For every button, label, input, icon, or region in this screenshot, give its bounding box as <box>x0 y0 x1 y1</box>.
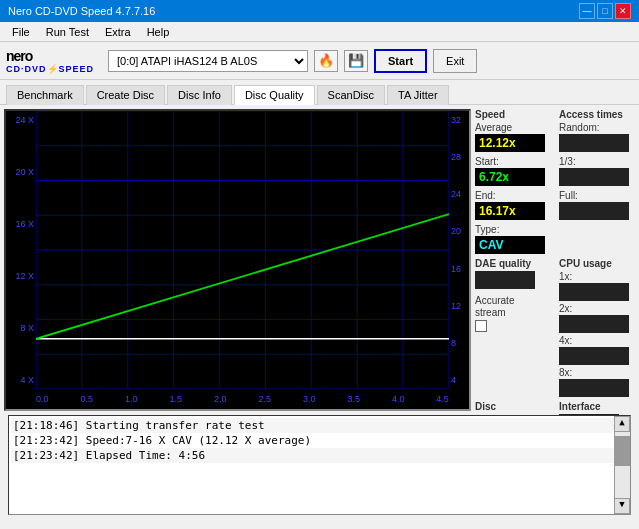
end-value: 16.17x <box>475 202 545 220</box>
menu-bar: File Run Test Extra Help <box>0 22 639 42</box>
cpu-8x-label: 8x: <box>559 367 635 378</box>
svg-line-20 <box>36 214 449 339</box>
chart-svg <box>36 111 449 389</box>
type-label: Type: <box>475 224 551 235</box>
scrollbar-track <box>615 432 630 498</box>
speed-access-section: Speed Average 12.12x Start: 6.72x End: 1… <box>475 109 635 254</box>
cpu-2x-label: 2x: <box>559 303 635 314</box>
disc-type-header: Disc <box>475 401 551 412</box>
cpu-1x-value <box>559 283 629 301</box>
cpu-dae-section: DAE quality Accurate stream CPU usage 1x… <box>475 258 635 397</box>
log-scroll-down[interactable]: ▼ <box>614 498 630 514</box>
menu-help[interactable]: Help <box>141 25 176 39</box>
cpu-header: CPU usage <box>559 258 635 269</box>
log-entry-1: [21:23:42] Speed:7-16 X CAV (12.12 X ave… <box>11 433 628 448</box>
main-content: 24 X 20 X 16 X 12 X 8 X 4 X 32 28 24 20 … <box>0 105 639 415</box>
y-axis-left: 24 X 20 X 16 X 12 X 8 X 4 X <box>6 111 36 389</box>
cpu-2x-value <box>559 315 629 333</box>
tab-scan-disc[interactable]: ScanDisc <box>317 85 385 105</box>
log-section: [21:18:46] Starting transfer rate test [… <box>4 415 635 515</box>
full-value <box>559 202 629 220</box>
speed-header: Speed <box>475 109 551 120</box>
start-value: 6.72x <box>475 168 545 186</box>
menu-run-test[interactable]: Run Test <box>40 25 95 39</box>
one-third-value <box>559 168 629 186</box>
end-label: End: <box>475 190 551 201</box>
menu-extra[interactable]: Extra <box>99 25 137 39</box>
tab-benchmark[interactable]: Benchmark <box>6 85 84 105</box>
save-icon-button[interactable]: 💾 <box>344 50 368 72</box>
scrollbar-thumb[interactable] <box>615 436 630 466</box>
toolbar: nero CD·DVD⚡SPEED [0:0] ATAPI iHAS124 B … <box>0 42 639 80</box>
average-value: 12.12x <box>475 134 545 152</box>
random-value <box>559 134 629 152</box>
log-scroll-up[interactable]: ▲ <box>614 416 630 432</box>
average-label: Average <box>475 122 551 133</box>
tab-disc-info[interactable]: Disc Info <box>167 85 232 105</box>
close-button[interactable]: ✕ <box>615 3 631 19</box>
title-bar: Nero CD-DVD Speed 4.7.7.16 — □ ✕ <box>0 0 639 22</box>
minimize-button[interactable]: — <box>579 3 595 19</box>
cpu-4x-label: 4x: <box>559 335 635 346</box>
speed-chart: 24 X 20 X 16 X 12 X 8 X 4 X 32 28 24 20 … <box>4 109 471 411</box>
tab-create-disc[interactable]: Create Disc <box>86 85 165 105</box>
cpu-section: CPU usage 1x: 2x: 4x: 8x: <box>559 258 635 397</box>
speed-section: Speed Average 12.12x Start: 6.72x End: 1… <box>475 109 551 254</box>
app-title: Nero CD-DVD Speed 4.7.7.16 <box>8 5 155 17</box>
type-value: CAV <box>475 236 545 254</box>
log-area: [21:18:46] Starting transfer rate test [… <box>8 415 631 515</box>
start-label: Start: <box>475 156 551 167</box>
drive-select[interactable]: [0:0] ATAPI iHAS124 B AL0S <box>108 50 308 72</box>
interface-header: Interface <box>559 401 635 412</box>
dae-header: DAE quality <box>475 258 551 269</box>
stream-label: stream <box>475 307 551 318</box>
x-axis: 0.0 0.5 1.0 1.5 2.0 2.5 3.0 3.5 4.0 4.5 <box>36 389 449 409</box>
burn-icon-button[interactable]: 🔥 <box>314 50 338 72</box>
accurate-stream-checkbox-area <box>475 320 551 332</box>
window-controls: — □ ✕ <box>579 3 631 19</box>
logo-area: nero CD·DVD⚡SPEED <box>6 48 94 74</box>
cpu-8x-value <box>559 379 629 397</box>
cpu-4x-value <box>559 347 629 365</box>
one-third-label: 1/3: <box>559 156 635 167</box>
tabs-bar: Benchmark Create Disc Disc Info Disc Qua… <box>0 80 639 105</box>
log-entry-2: [21:23:42] Elapsed Time: 4:56 <box>11 448 628 463</box>
tab-ta-jitter[interactable]: TA Jitter <box>387 85 449 105</box>
cpu-1x-label: 1x: <box>559 271 635 282</box>
maximize-button[interactable]: □ <box>597 3 613 19</box>
random-label: Random: <box>559 122 635 133</box>
access-times-section: Access times Random: 1/3: Full: <box>559 109 635 254</box>
exit-button[interactable]: Exit <box>433 49 477 73</box>
accurate-label: Accurate <box>475 295 551 306</box>
dae-value <box>475 271 535 289</box>
full-label: Full: <box>559 190 635 201</box>
dae-section: DAE quality Accurate stream <box>475 258 551 397</box>
log-scrollbar: ▲ ▼ <box>614 416 630 514</box>
tab-disc-quality[interactable]: Disc Quality <box>234 85 315 105</box>
start-button[interactable]: Start <box>374 49 427 73</box>
accurate-stream-checkbox[interactable] <box>475 320 487 332</box>
logo-cdspeed: CD·DVD⚡SPEED <box>6 64 94 74</box>
logo-nero: nero <box>6 48 94 64</box>
menu-file[interactable]: File <box>6 25 36 39</box>
log-entry-0: [21:18:46] Starting transfer rate test <box>11 418 628 433</box>
access-times-header: Access times <box>559 109 635 120</box>
y-axis-right: 32 28 24 20 16 12 8 4 <box>449 111 469 389</box>
right-panel: Speed Average 12.12x Start: 6.72x End: 1… <box>475 109 635 411</box>
